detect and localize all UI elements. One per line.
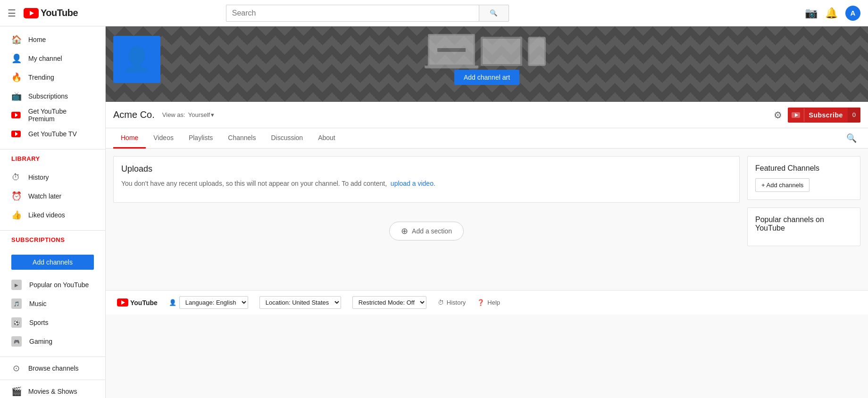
- sidebar-item-trending[interactable]: 🔥 Trending: [0, 68, 105, 87]
- uploads-empty-text: You don't have any recent uploads, so th…: [121, 180, 732, 187]
- device-laptop: [428, 34, 475, 66]
- person-icon: 👤: [11, 53, 21, 64]
- device-phone: [528, 37, 546, 66]
- trending-icon: 🔥: [11, 72, 21, 83]
- tab-channels[interactable]: Channels: [220, 128, 263, 149]
- avatar[interactable]: A: [845, 6, 860, 21]
- youtube-logo[interactable]: YouTube: [24, 8, 78, 18]
- sidebar-item-history[interactable]: ⏱ History: [0, 168, 105, 187]
- sidebar-item-label: Gaming: [29, 338, 52, 345]
- tab-videos[interactable]: Videos: [146, 128, 181, 149]
- add-channels-link-button[interactable]: + Add channels: [755, 178, 810, 192]
- uploads-section: Uploads You don't have any recent upload…: [113, 156, 740, 203]
- sidebar-item-label: Trending: [28, 74, 54, 81]
- tab-playlists[interactable]: Playlists: [181, 128, 220, 149]
- liked-icon: 👍: [11, 210, 21, 220]
- footer-location[interactable]: Location: United States: [259, 296, 341, 309]
- topnav-right: 📷 🔔 A: [805, 6, 860, 21]
- plus-circle-icon: ⊕: [401, 226, 408, 236]
- sidebar-item-liked-videos[interactable]: 👍 Liked videos: [0, 206, 105, 224]
- language-select[interactable]: Language: English: [179, 296, 248, 309]
- subscribe-button[interactable]: Subscribe 0: [788, 108, 860, 123]
- sidebar-item-label: Movies & Shows: [28, 388, 77, 395]
- youtube-premium-icon: [11, 110, 21, 120]
- search-bar: 🔍: [226, 5, 509, 22]
- sidebar-item-label: Liked videos: [28, 211, 65, 219]
- notifications-icon[interactable]: 🔔: [825, 7, 838, 19]
- sidebar-item-sports[interactable]: ⚽ Sports: [0, 313, 105, 332]
- sidebar-item-music[interactable]: 🎵 Music: [0, 294, 105, 313]
- subscriptions-label: SUBSCRIPTIONS: [0, 232, 105, 245]
- tab-home[interactable]: Home: [113, 128, 146, 149]
- sidebar-item-gaming[interactable]: 🎮 Gaming: [0, 332, 105, 351]
- channel-avatar-wrap: 👤: [106, 17, 160, 102]
- tab-discussion[interactable]: Discussion: [263, 128, 310, 149]
- sports-icon: ⚽: [11, 317, 22, 328]
- sidebar-item-label: Subscriptions: [28, 92, 68, 100]
- watch-later-icon: ⏰: [11, 191, 21, 201]
- popular-channels-title: Popular channels on YouTube: [755, 216, 852, 232]
- main-content: 0 subscribers 📋 Video Manager 👤: [106, 0, 868, 398]
- subscribe-count: 0: [848, 108, 860, 122]
- subscriptions-icon: 📺: [11, 91, 21, 101]
- top-nav: ☰ YouTube 🔍 📷 🔔 A: [0, 0, 868, 26]
- help-icon: ❓: [477, 299, 484, 306]
- sidebar-item-label: Popular on YouTube: [29, 281, 89, 289]
- sidebar-library-section: ⏱ History ⏰ Watch later 👍 Liked videos: [0, 164, 105, 228]
- settings-icon[interactable]: ⚙: [774, 109, 782, 121]
- sidebar-item-watch-later[interactable]: ⏰ Watch later: [0, 187, 105, 206]
- avatar-person-icon: 👤: [122, 46, 151, 73]
- sidebar-item-premium[interactable]: Get YouTube Premium: [0, 106, 105, 124]
- gaming-icon: 🎮: [11, 336, 22, 347]
- footer-language[interactable]: 👤 Language: English: [169, 296, 248, 309]
- featured-channels-title: Featured Channels: [755, 164, 852, 173]
- add-section-label: Add a section: [412, 227, 452, 235]
- sidebar-item-popular[interactable]: ▶ Popular on YouTube: [0, 275, 105, 294]
- add-channel-art-button[interactable]: Add channel art: [454, 70, 519, 85]
- sidebar-item-label: Browse channels: [28, 365, 79, 372]
- add-channels-button[interactable]: Add channels: [11, 255, 94, 270]
- search-icon: 🔍: [490, 9, 498, 17]
- yt-icon-inner: [792, 112, 800, 118]
- sidebar-item-label: Music: [29, 300, 47, 307]
- channel-info-bar: Acme Co. View as: Yourself ▾ ⚙ Subscribe: [106, 102, 868, 128]
- footer-help[interactable]: ❓ Help: [477, 299, 500, 306]
- subscribe-label: Subscribe: [804, 108, 848, 123]
- footer-yt-logo-icon: [117, 298, 128, 307]
- sidebar-item-browse-channels[interactable]: ⊙ Browse channels: [0, 359, 105, 378]
- footer-history-label: History: [447, 299, 466, 306]
- upload-video-link[interactable]: upload a video.: [391, 180, 435, 187]
- video-camera-icon[interactable]: 📷: [805, 7, 818, 19]
- footer-logo[interactable]: YouTube: [117, 298, 158, 307]
- search-button[interactable]: 🔍: [479, 5, 509, 22]
- laptop-screen-bar: [437, 48, 466, 52]
- footer-history[interactable]: ⏱ History: [438, 299, 466, 306]
- view-as-select[interactable]: Yourself ▾: [188, 111, 215, 118]
- sidebar-subscriptions-section: Add channels ▶ Popular on YouTube 🎵 Musi…: [0, 245, 105, 355]
- restricted-select[interactable]: Restricted Mode: Off: [352, 296, 426, 309]
- popular-channels-panel: Popular channels on YouTube: [747, 207, 860, 246]
- tab-search-icon[interactable]: 🔍: [843, 129, 860, 147]
- sidebar-item-tv[interactable]: Get YouTube TV: [0, 124, 105, 143]
- sidebar-item-my-channel[interactable]: 👤 My channel: [0, 49, 105, 68]
- subscribe-yt-icon: [788, 108, 804, 122]
- channel-tabs: Home Videos Playlists Channels Discussio…: [106, 128, 868, 149]
- view-as: View as: Yourself ▾: [162, 111, 214, 118]
- channel-sidebar-right: Featured Channels + Add channels Popular…: [747, 156, 860, 282]
- channel-name: Acme Co.: [113, 109, 155, 120]
- menu-icon[interactable]: ☰: [8, 8, 16, 19]
- location-select[interactable]: Location: United States: [259, 296, 341, 309]
- search-input[interactable]: [226, 5, 479, 22]
- footer-restricted[interactable]: Restricted Mode: Off: [352, 296, 426, 309]
- divider-4: [0, 380, 105, 380]
- popular-icon: ▶: [11, 280, 22, 290]
- tab-about[interactable]: About: [310, 128, 343, 149]
- sidebar-item-movies-shows[interactable]: 🎬 Movies & Shows: [0, 382, 105, 398]
- sidebar-item-label: Home: [28, 36, 46, 43]
- sidebar-item-home[interactable]: 🏠 Home: [0, 30, 105, 49]
- home-icon: 🏠: [11, 34, 21, 45]
- add-section-button[interactable]: ⊕ Add a section: [389, 222, 464, 240]
- history-icon: ⏱: [11, 173, 21, 182]
- sidebar-item-subscriptions[interactable]: 📺 Subscriptions: [0, 87, 105, 106]
- language-icon: 👤: [169, 299, 176, 306]
